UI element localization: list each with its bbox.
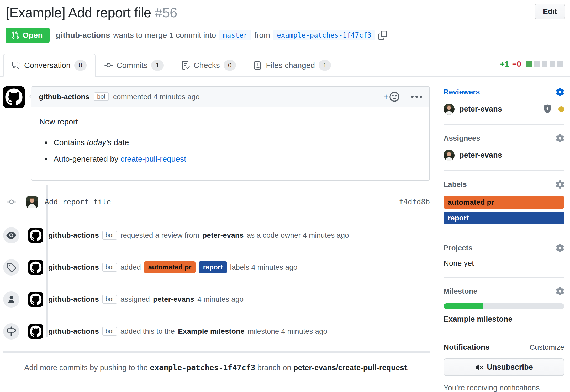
pr-meta-row: Open github-actions wants to merge 1 com… [6,28,563,43]
shield-icon [543,104,552,114]
milestone-name[interactable]: Example milestone [444,315,564,324]
event-author[interactable]: github-actions [48,263,99,272]
github-actions-avatar[interactable] [28,292,43,307]
checks-icon [182,61,190,70]
bullet-text: Contains [54,138,87,147]
timeline-event-assigned: github-actions bot assigned peter-evans … [3,291,430,308]
github-actions-avatar[interactable] [28,260,43,275]
comment-meta[interactable]: commented 4 minutes ago [113,93,200,101]
pr-author[interactable]: github-actions [56,31,110,40]
list-item: Contains today's date [51,136,421,148]
tab-files-changed[interactable]: Files changed 1 [245,54,340,77]
pr-header: Edit [Example] Add report file #56 Open … [0,0,570,43]
diffstat[interactable]: +1 −0 [500,60,563,68]
reviewers-title[interactable]: Reviewers [444,88,480,96]
label-automated-pr[interactable]: automated pr [144,261,196,273]
github-actions-avatar[interactable] [28,228,43,243]
event-time: as a code owner 4 minutes ago [247,231,349,240]
pr-number: #56 [155,5,177,20]
milestone-progress-bar [444,303,564,309]
peter-evans-avatar[interactable] [26,196,38,208]
event-text: github-actions bot added this to the Exa… [48,327,327,336]
reviewers-gear-button[interactable] [556,88,564,96]
reviewers-header: Reviewers [444,88,564,96]
copy-branch-button[interactable] [378,31,387,40]
event-time: labels 4 minutes ago [230,263,298,272]
commit-sha[interactable]: f4dfd8b [399,198,430,206]
labels-gear-button[interactable] [556,180,564,189]
base-branch-chip[interactable]: master [219,30,251,40]
timeline-event-labels-added: github-actions bot added automated pr re… [3,259,430,276]
state-label: Open [23,31,43,40]
event-time: 4 minutes ago [197,295,244,304]
peter-evans-avatar[interactable] [444,104,455,115]
commit-row: Add report file f4dfd8b [3,193,430,211]
mute-icon [475,363,483,372]
tab-commits[interactable]: Commits 1 [96,54,173,77]
notifications-header: Notifications Customize [444,343,564,352]
commit-message[interactable]: Add report file [45,198,111,206]
bot-badge: bot [102,295,117,304]
file-diff-icon [254,61,262,70]
assignees-gear-button[interactable] [556,134,564,142]
projects-title: Projects [444,244,473,252]
push-instructions: Add more commits by pushing to the examp… [3,363,430,372]
label-report[interactable]: report [444,212,564,224]
github-actions-avatar[interactable] [3,86,25,108]
event-author[interactable]: github-actions [48,295,99,304]
unsubscribe-label: Unsubscribe [487,363,533,372]
tab-label: Commits [117,61,147,70]
smiley-icon [389,92,400,102]
assignee-row: peter-evans [444,150,564,161]
github-actions-avatar[interactable] [28,324,43,339]
milestone-gear-button[interactable] [556,287,564,295]
sidebar: Reviewers peter-evans Assignees peter-ev… [444,86,564,392]
customize-link[interactable]: Customize [530,343,564,352]
push-text: Add more commits by pushing to the [24,363,150,372]
event-target[interactable]: peter-evans [153,295,194,304]
tab-conversation[interactable]: Conversation 0 [3,54,96,77]
head-branch-chip[interactable]: example-patches-1f47cf3 [273,30,375,40]
label-automated-pr[interactable]: automated pr [444,196,564,209]
create-pull-request-link[interactable]: create-pull-request [120,155,186,163]
event-target[interactable]: peter-evans [202,231,244,240]
conversation-icon [12,61,20,70]
projects-gear-button[interactable] [556,244,564,252]
content: github-actions bot commented 4 minutes a… [0,77,570,392]
tab-checks[interactable]: Checks 0 [173,54,245,77]
event-verb: assigned [120,295,150,304]
bullet-emphasis: today's [87,138,112,147]
notifications-title: Notifications [444,343,490,352]
from-text: from [254,31,270,40]
list-item: Auto-generated by create-pull-request [51,153,421,165]
discussion-column: github-actions bot commented 4 minutes a… [3,86,430,372]
tab-navigation: Conversation 0 Commits 1 Checks 0 Files … [0,54,570,77]
labels-title: Labels [444,180,467,189]
add-reaction-button[interactable]: + [383,92,400,102]
comment-card: github-actions bot commented 4 minutes a… [31,86,430,181]
bot-badge: bot [102,327,117,336]
peter-evans-avatar[interactable] [444,150,455,161]
unsubscribe-button[interactable]: Unsubscribe [444,358,564,376]
page-title: [Example] Add report file #56 [6,4,563,21]
tab-count: 0 [224,60,236,71]
diff-block-added [526,61,532,67]
reviewer-name[interactable]: peter-evans [459,105,502,113]
event-author[interactable]: github-actions [48,231,99,240]
event-target[interactable]: Example milestone [178,327,245,336]
milestone-icon [3,323,19,340]
comment-options-button[interactable] [411,96,422,98]
labels-header: Labels [444,180,564,189]
assignee-name[interactable]: peter-evans [459,151,502,160]
label-report[interactable]: report [199,261,227,273]
edit-button[interactable]: Edit [535,4,565,19]
merge-text: wants to merge 1 commit into [113,31,216,40]
comment-header: github-actions bot commented 4 minutes a… [31,87,429,107]
event-time: milestone 4 minutes ago [248,327,328,336]
push-text: . [407,363,409,372]
comment-author[interactable]: github-actions [39,93,89,101]
event-author[interactable]: github-actions [48,327,99,336]
comment-list: Contains today's date Auto-generated by … [39,136,421,165]
diff-block-neutral [557,61,563,67]
event-verb: added this to the [120,327,175,336]
